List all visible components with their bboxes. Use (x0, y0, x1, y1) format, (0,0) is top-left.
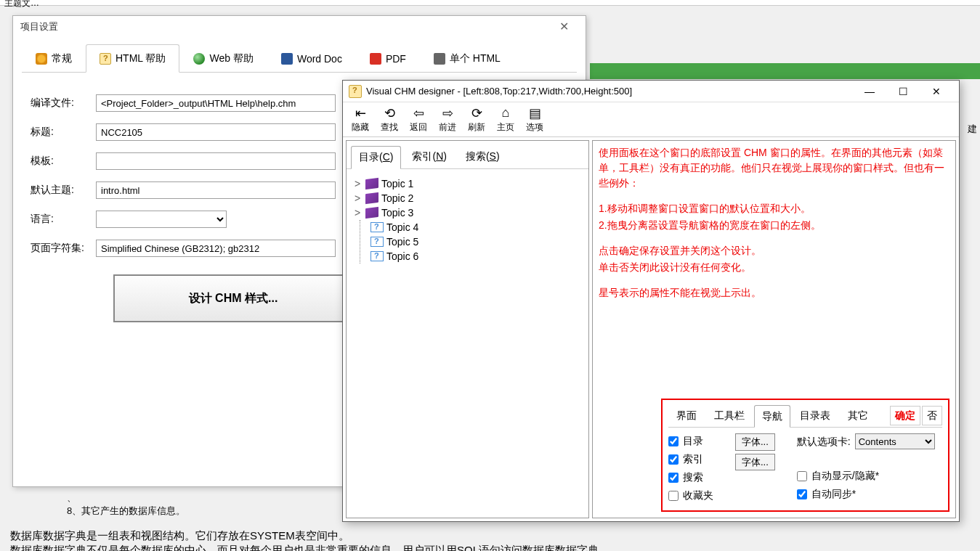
back-button[interactable]: ⇦返回 (404, 104, 433, 135)
compile-input[interactable] (96, 94, 336, 112)
node-label: Topic 2 (381, 192, 413, 204)
hide-button[interactable]: ⇤隐藏 (346, 104, 375, 135)
check-autosync[interactable] (797, 489, 807, 499)
ptab-gongjulan[interactable]: 工具栏 (706, 404, 753, 427)
book-icon (365, 178, 378, 190)
tab-html-help[interactable]: HTML 帮助 (86, 44, 179, 73)
navtab-contents[interactable]: 目录(C) (351, 146, 401, 169)
props-actions: 确定 否 (890, 406, 942, 425)
navtab-search[interactable]: 搜索(S) (458, 145, 508, 168)
back-icon: ⇦ (413, 105, 424, 121)
home-button[interactable]: ⌂主页 (491, 104, 520, 135)
ptab-jiemian[interactable]: 界面 (668, 404, 705, 427)
tree-node[interactable]: Topic 4 (370, 220, 583, 234)
maximize-button[interactable]: ☐ (886, 86, 920, 97)
refresh-label: 刷新 (468, 121, 485, 134)
ptab-daohang[interactable]: 导航 (754, 405, 790, 428)
close-icon[interactable]: ✕ (549, 16, 578, 38)
tab-pdf[interactable]: PDF (356, 44, 420, 73)
bg-list-8-num: 8、 (67, 505, 81, 516)
tree-node[interactable]: >Topic 2 (352, 191, 583, 205)
expand-icon[interactable]: > (352, 192, 363, 204)
tab-general-label: 常规 (52, 52, 72, 65)
default-tab-select[interactable]: Contents (855, 433, 935, 449)
options-button[interactable]: ▤选项 (520, 104, 549, 135)
dialog-titlebar[interactable]: 项目设置 ✕ (13, 16, 586, 38)
default-topic-label: 默认主题: (31, 184, 96, 197)
charset-input[interactable] (96, 240, 336, 257)
settings-tabbar: 常规 HTML 帮助 Web 帮助 Word Doc PDF 单个 HTML (22, 44, 577, 73)
gear-icon (36, 53, 47, 65)
find-button[interactable]: ⟲查找 (375, 104, 404, 135)
designer-toolbar: ⇤隐藏 ⟲查找 ⇦返回 ⇨前进 ⟳刷新 ⌂主页 ▤选项 (343, 102, 959, 137)
tab-pdf-label: PDF (386, 53, 406, 65)
ptab-mulubiao[interactable]: 目录表 (792, 404, 838, 427)
expand-icon[interactable]: > (352, 207, 363, 219)
tab-general[interactable]: 常规 (22, 44, 86, 73)
minimize-button[interactable]: — (853, 86, 886, 97)
check-mulu[interactable] (668, 436, 679, 446)
home-icon: ⌂ (502, 105, 510, 121)
check-autoshow[interactable] (797, 471, 807, 481)
bg-fragment-text: 主题文… (4, 0, 39, 9)
ptab-qita[interactable]: 其它 (840, 404, 876, 427)
props-tabbar: 界面 工具栏 导航 目录表 其它 确定 否 (668, 404, 942, 428)
charset-label: 页面字符集: (31, 242, 96, 255)
props-col-1: 目录 索引 搜索 收藏夹 (668, 433, 713, 503)
pdf-icon (370, 53, 381, 65)
navtab-index[interactable]: 索引(N) (404, 145, 454, 168)
nav-tabbar: 目录(C) 索引(N) 搜索(S) (347, 141, 588, 169)
tree-node[interactable]: >Topic 3 (352, 205, 583, 220)
font-button-2[interactable]: 字体... (735, 454, 775, 471)
check-shoucang[interactable] (668, 491, 679, 501)
nav-pane: 目录(C) 索引(N) 搜索(S) >Topic 1 >Topic 2 >Top… (346, 140, 589, 518)
forward-button[interactable]: ⇨前进 (433, 104, 462, 135)
title-input[interactable] (96, 123, 336, 141)
node-label: Topic 6 (386, 250, 418, 262)
refresh-icon: ⟳ (471, 105, 482, 121)
expand-icon[interactable]: > (352, 178, 363, 189)
tree-node[interactable]: Topic 5 (370, 234, 583, 249)
dialog-title: 项目设置 (20, 16, 58, 38)
properties-panel: 界面 工具栏 导航 目录表 其它 确定 否 目录 索引 搜索 收藏夹 (661, 399, 949, 512)
page-icon (370, 222, 384, 232)
tree-node[interactable]: Topic 6 (370, 249, 583, 264)
info-text: 1.移动和调整窗口设置窗口的默认位置和大小。 (599, 201, 949, 216)
font-button-1[interactable]: 字体... (735, 433, 775, 451)
hide-icon: ⇤ (355, 105, 366, 121)
no-button[interactable]: 否 (922, 406, 942, 425)
props-col-2: 字体... 字体... (735, 433, 775, 503)
word-icon (281, 53, 293, 65)
language-select[interactable] (96, 211, 227, 228)
ok-button[interactable]: 确定 (890, 406, 920, 425)
check-sousuo-label: 搜索 (683, 470, 703, 485)
close-button[interactable]: ✕ (920, 86, 953, 97)
check-suoyin-label: 索引 (683, 452, 703, 467)
refresh-button[interactable]: ⟳刷新 (462, 104, 491, 135)
template-label: 模板: (31, 155, 96, 168)
default-tab-label: 默认选项卡: (797, 434, 851, 449)
find-icon: ⟲ (384, 105, 395, 121)
default-topic-input[interactable] (96, 181, 336, 199)
check-autosync-label: 自动同步* (811, 486, 856, 502)
check-suoyin[interactable] (668, 454, 679, 465)
help-icon (100, 53, 111, 65)
tab-web-help[interactable]: Web 帮助 (179, 44, 267, 73)
template-input[interactable] (96, 152, 336, 170)
check-shoucang-label: 收藏夹 (683, 488, 713, 503)
node-label: Topic 1 (381, 178, 413, 189)
options-label: 选项 (526, 121, 543, 134)
visual-chm-designer-window: Visual CHM designer - [Left:808,Top:217,… (342, 80, 960, 522)
tree-node[interactable]: >Topic 1 (352, 176, 583, 191)
book-icon (365, 192, 378, 205)
options-icon: ▤ (529, 105, 541, 121)
props-body: 目录 索引 搜索 收藏夹 字体... 字体... 默认选项卡:Contents … (668, 428, 942, 503)
check-sousuo[interactable] (668, 473, 679, 483)
tab-single-html[interactable]: 单个 HTML (420, 44, 514, 73)
tab-word-doc[interactable]: Word Doc (267, 44, 356, 73)
forward-icon: ⇨ (442, 105, 453, 121)
design-chm-button[interactable]: 设计 CHM 样式... (113, 274, 353, 322)
bg-titlebar (0, 0, 980, 6)
check-mulu-label: 目录 (683, 433, 703, 449)
designer-titlebar[interactable]: Visual CHM designer - [Left:808,Top:217,… (343, 81, 959, 102)
